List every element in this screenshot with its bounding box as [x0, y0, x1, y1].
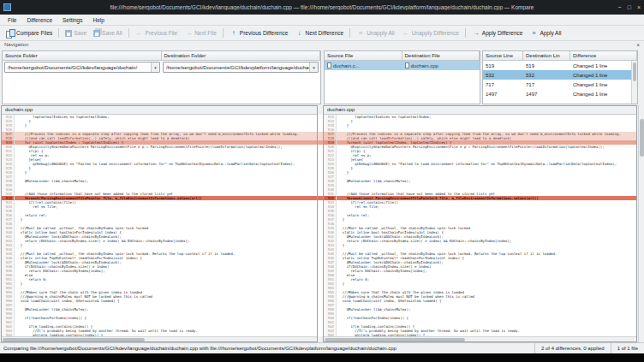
destination-folder-value: /home/sergobot/Documents/GCI/kdevplatfor…: [164, 65, 309, 70]
chevron-down-icon[interactable]: ▾: [309, 62, 318, 72]
source-line-header: Source Line: [483, 51, 523, 60]
navigation-dock-title: Navigation: [4, 42, 28, 47]
statusbar: Comparing file:///home/sergobot/Document…: [0, 342, 644, 353]
previous-file-button: ←Previous File: [132, 27, 182, 39]
difference-table-body: 519519Changed 1 line532532Changed 1 line…: [483, 61, 637, 98]
compare-files-icon: [6, 29, 15, 38]
menu-file[interactable]: File: [3, 15, 21, 25]
chevron-down-icon[interactable]: ▾: [151, 62, 159, 72]
apply-difference-icon: →: [472, 29, 480, 38]
navigation-dock-header: Navigation ×: [0, 41, 644, 50]
source-file-header: Source File: [325, 51, 402, 60]
next-difference-button[interactable]: ↓Next Difference: [291, 27, 347, 39]
toolbar-button-label: Next Difference: [305, 30, 343, 36]
difference-row[interactable]: 717717Changed 1 line: [483, 80, 637, 89]
source-horizontal-scrollbar[interactable]: [2, 336, 317, 341]
bottom-black-bar: [0, 353, 644, 362]
next-file-button: →Next File: [181, 27, 220, 39]
toolbar-button-label: Previous File: [146, 30, 178, 36]
toolbar-separator: [223, 28, 224, 38]
file-pair-row[interactable]: duchain.c... duchain.cpp: [325, 61, 480, 70]
files-panel: Source File Destination File duchain.c..…: [324, 50, 480, 104]
toolbar-button-label: Unapply Difference: [412, 30, 459, 36]
window-title: file:///home/sergobot/Documents/GCI/kdev…: [0, 4, 644, 10]
source-folder-value: /home/sergobot/Documents/GCI/kdev/langua…: [5, 65, 151, 70]
unapply-difference-icon: ←: [402, 29, 410, 38]
destination-pane-title: duchain.cpp: [324, 106, 636, 115]
menu-difference[interactable]: Difference: [21, 15, 57, 25]
toolbar-button-label: Save: [74, 30, 86, 36]
save-all-icon: [93, 30, 100, 37]
unapply-all-button: «Unapply All: [353, 27, 398, 39]
destination-file-header: Destination File: [402, 51, 480, 60]
toolbar-button-label: Previous Difference: [240, 30, 289, 36]
difference-row[interactable]: 532532Changed 1 line: [483, 70, 637, 80]
difference-row[interactable]: 519519Changed 1 line: [483, 61, 637, 70]
save-button: Save: [62, 28, 90, 39]
difference-header: Difference: [570, 51, 637, 60]
source-file-name: duchain.c...: [333, 63, 360, 68]
destination-horizontal-scrollbar[interactable]: [324, 336, 636, 341]
folders-panel: Source Folder Destination Folder /home/s…: [2, 50, 321, 104]
save-icon: [65, 30, 72, 37]
menubar: FileDifferenceSettingsHelp: [0, 15, 644, 26]
apply-difference-button[interactable]: →Apply Difference: [468, 27, 527, 39]
differences-status: 2 of 4 differences, 0 applied: [534, 343, 611, 353]
close-icon[interactable]: ×: [637, 0, 641, 15]
file-icon: [405, 62, 409, 68]
differences-panel: Source Line Destination Lin Difference 5…: [482, 50, 638, 104]
unapply-all-icon: «: [356, 29, 365, 38]
toolbar-separator: [128, 28, 129, 38]
toolbar-separator: [349, 28, 350, 38]
toolbar-button-label: Save All: [102, 30, 122, 36]
menu-settings[interactable]: Settings: [57, 15, 88, 25]
destination-folder-combobox[interactable]: /home/sergobot/Documents/GCI/kdevplatfor…: [163, 62, 319, 73]
file-icon: [327, 62, 331, 68]
compare-files-button[interactable]: Compare Files: [3, 27, 56, 39]
source-folder-combobox[interactable]: /home/sergobot/Documents/GCI/kdev/langua…: [4, 62, 160, 73]
kompare-app-icon: [3, 3, 11, 11]
toolbar-button-label: Apply Difference: [482, 30, 523, 36]
toolbar-button-label: Unapply All: [367, 30, 395, 36]
destination-pane-body[interactable]: 513 topContextIndices << topContextIndex…: [324, 115, 636, 336]
menu-help[interactable]: Help: [88, 15, 110, 25]
destination-file-name: duchain.cpp: [411, 63, 438, 68]
diff-view: duchain.cpp 513 topContextIndices << top…: [0, 105, 644, 342]
status-message: Comparing file:///home/sergobot/Document…: [0, 346, 534, 351]
difference-row[interactable]: 14971497Changed 1 line: [483, 89, 637, 98]
source-folder-header: Source Folder: [3, 51, 162, 60]
source-pane: duchain.cpp 513 topContextIndices << top…: [1, 105, 318, 342]
toolbar: Compare FilesSaveSave All←Previous File→…: [0, 26, 644, 41]
apply-all-icon: »: [529, 29, 538, 38]
previous-file-icon: ←: [135, 29, 144, 38]
source-pane-body[interactable]: 513 topContextIndices << topContextIndex…: [2, 115, 317, 336]
maximize-icon[interactable]: □: [628, 0, 631, 15]
destination-pane: duchain.cpp 513 topContextIndices << top…: [323, 105, 637, 342]
source-pane-title: duchain.cpp: [2, 106, 317, 115]
unapply-difference-button: ←Unapply Difference: [398, 27, 462, 39]
apply-all-button[interactable]: »Apply All: [526, 27, 564, 39]
dock-close-icon[interactable]: ×: [636, 42, 640, 48]
save-all-button: Save All: [90, 28, 126, 39]
navigation-dock: Source Folder Destination Folder /home/s…: [0, 50, 644, 105]
next-file-icon: →: [184, 29, 193, 38]
toolbar-separator: [465, 28, 466, 38]
previous-difference-button[interactable]: ↑Previous Difference: [226, 27, 292, 39]
titlebar: file:///home/sergobot/Documents/GCI/kdev…: [0, 0, 644, 15]
differences-scrollbar[interactable]: [631, 61, 637, 104]
toolbar-separator: [58, 28, 59, 38]
toolbar-button-label: Next File: [194, 30, 217, 36]
previous-difference-icon: ↑: [230, 29, 238, 38]
next-difference-icon: ↓: [295, 29, 303, 38]
destination-folder-header: Destination Folder: [162, 51, 321, 60]
toolbar-button-label: Compare Files: [16, 30, 52, 36]
vertical-scrollbar[interactable]: [638, 105, 644, 342]
destination-line-header: Destination Lin: [523, 51, 570, 60]
toolbar-button-label: Apply All: [540, 30, 561, 36]
files-status: 1 of 1 file: [611, 343, 644, 353]
minimize-icon[interactable]: −: [618, 0, 622, 15]
